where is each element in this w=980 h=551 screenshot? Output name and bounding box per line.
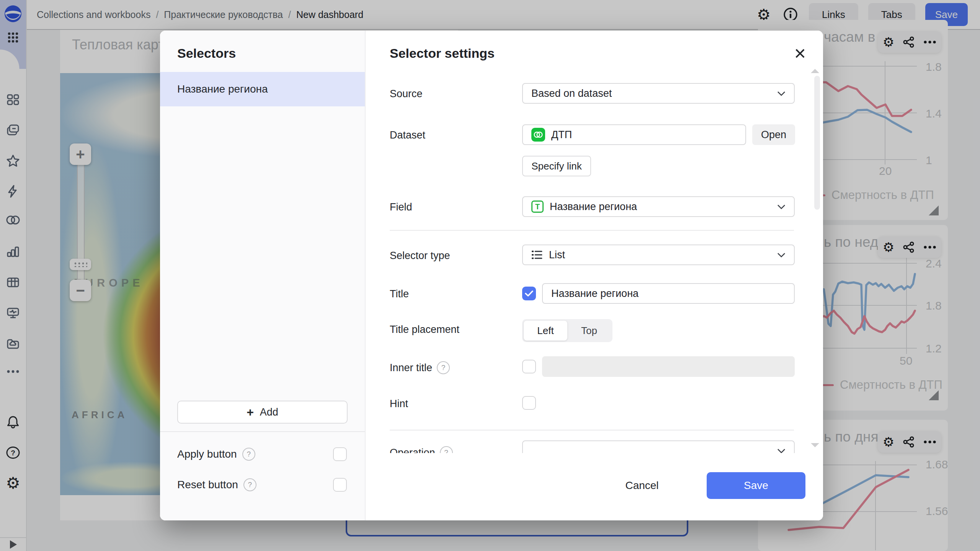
title-placement-segmented: Left Top — [522, 319, 612, 342]
hint-checkbox[interactable] — [522, 396, 536, 410]
settings-footer: Cancel Save — [366, 453, 823, 520]
save-button[interactable]: Save — [707, 472, 805, 499]
selector-list-item-selected[interactable]: Название региона — [160, 72, 365, 106]
title-label: Title — [390, 288, 409, 300]
close-icon[interactable]: × — [791, 44, 810, 63]
title-checkbox[interactable] — [522, 287, 536, 300]
check-icon — [525, 290, 533, 297]
scroll-up-arrow[interactable] — [811, 69, 819, 73]
chevron-down-icon — [777, 252, 786, 258]
list-icon — [531, 249, 543, 260]
chevron-down-icon — [777, 91, 786, 96]
cancel-button[interactable]: Cancel — [604, 472, 680, 499]
inner-title-label: Inner title ? — [390, 361, 450, 374]
field-select[interactable]: T Название региона — [522, 196, 795, 217]
title-input[interactable]: Название региона — [542, 283, 795, 304]
dataset-icon — [531, 128, 545, 142]
selectors-panel: Selectors Название региона + Add Apply b… — [160, 31, 366, 520]
apply-button-row: Apply button ? — [177, 447, 347, 461]
panel-divider — [160, 431, 365, 432]
selectors-panel-title: Selectors — [177, 46, 236, 61]
reset-button-checkbox[interactable] — [333, 478, 347, 492]
help-question-icon[interactable]: ? — [242, 448, 255, 461]
open-dataset-button[interactable]: Open — [752, 124, 795, 145]
placement-left-option[interactable]: Left — [524, 321, 567, 341]
inner-title-input-disabled — [542, 356, 795, 377]
screen: Collections and workbooks / Практические… — [0, 0, 980, 551]
reset-button-row: Reset button ? — [177, 478, 347, 492]
apply-button-checkbox[interactable] — [333, 447, 347, 461]
add-selector-button[interactable]: + Add — [177, 401, 348, 424]
dataset-field[interactable]: ДТП — [522, 124, 746, 145]
help-question-icon[interactable]: ? — [243, 478, 256, 491]
plus-icon: + — [247, 406, 254, 418]
string-field-type-icon: T — [531, 201, 544, 213]
chevron-down-icon — [777, 448, 786, 453]
dataset-label: Dataset — [390, 129, 425, 141]
selector-type-label: Selector type — [390, 250, 450, 262]
scroll-down-arrow[interactable] — [811, 443, 819, 447]
source-select[interactable]: Based on dataset — [522, 83, 795, 104]
settings-panel-title: Selector settings — [390, 46, 495, 61]
inner-title-checkbox[interactable] — [522, 360, 536, 373]
section-divider — [390, 230, 794, 231]
field-label: Field — [390, 201, 412, 213]
scrollbar-thumb[interactable] — [814, 76, 820, 210]
selector-settings-panel: Selector settings × Source Based on data… — [366, 31, 823, 520]
hint-label: Hint — [390, 398, 408, 410]
chevron-down-icon — [777, 204, 786, 209]
help-question-icon[interactable]: ? — [437, 361, 450, 374]
title-placement-label: Title placement — [390, 324, 459, 336]
specify-link-button[interactable]: Specify link — [522, 156, 591, 176]
source-label: Source — [390, 88, 423, 100]
selectors-modal: Selectors Название региона + Add Apply b… — [160, 31, 823, 520]
section-divider — [390, 430, 794, 430]
selector-type-select[interactable]: List — [522, 245, 795, 265]
placement-top-option[interactable]: Top — [567, 321, 611, 341]
